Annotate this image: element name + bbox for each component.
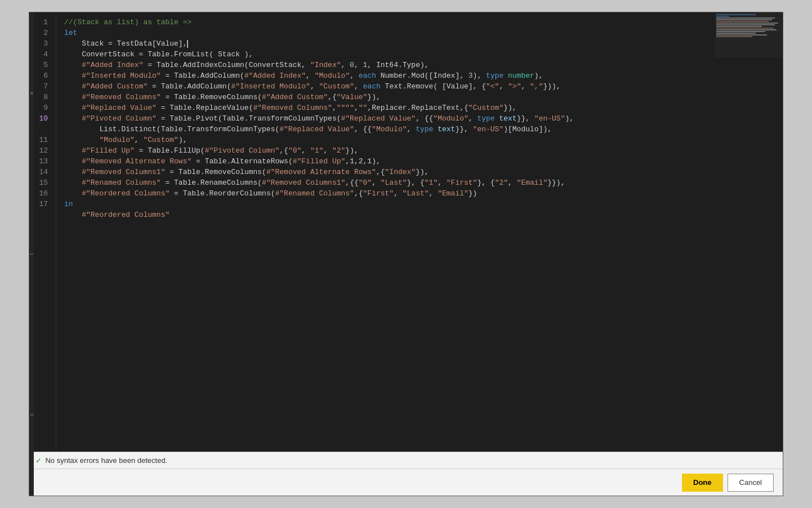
code-line-17: #"Reordered Columns" [64,210,783,220]
button-bar: Done Cancel [29,469,783,496]
status-bar: ✓ No syntax errors have been detected. [29,452,783,469]
editor-container: e t c 1 2 3 4 5 6 7 8 9 10 11 12 13 14 1… [29,12,783,496]
code-line-6: #"Inserted Modulo" = Table.AddColumn(#"A… [64,70,783,81]
minimap [715,12,783,57]
code-line-2: let [64,28,783,38]
code-line-4: ConvertStack = Table.FromList( Stack ), [64,49,783,60]
code-text[interactable]: //(Stack as list) as table => let Stack … [56,12,783,452]
code-line-16: in [64,199,783,210]
code-line-11: #"Filled Up" = Table.FillUp(#"Pivoted Co… [64,145,783,156]
code-line-3: Stack = TestData[Value], [64,38,783,49]
code-line-10: #"Pivoted Column" = Table.Pivot(Table.Tr… [64,113,783,124]
code-line-12: #"Removed Alternate Rows" = Table.Altern… [64,156,783,167]
cancel-button[interactable]: Cancel [728,474,774,492]
code-line-13: #"Removed Columns1" = Table.RemoveColumn… [64,167,783,177]
code-line-5: #"Added Index" = Table.AddIndexColumn(Co… [64,60,783,70]
code-line-14: #"Renamed Columns" = Table.RenameColumns… [64,177,783,188]
code-line-10-cont: List.Distinct(Table.TransformColumnTypes… [64,124,783,135]
code-line-7: #"Added Custom" = Table.AddColumn(#"Inse… [64,81,783,92]
status-text: No syntax errors have been detected. [45,456,167,465]
status-check-icon: ✓ [36,456,41,465]
code-line-10-sub: "Modulo", "Custom"), [64,135,783,145]
code-line-15: #"Reordered Columns" = Table.ReorderColu… [64,188,783,199]
code-line-9: #"Replaced Value" = Table.ReplaceValue(#… [64,103,783,113]
done-button[interactable]: Done [682,474,723,492]
code-line-8: #"Removed Columns" = Table.RemoveColumns… [64,92,783,103]
code-editor[interactable]: 1 2 3 4 5 6 7 8 9 10 11 12 13 14 15 16 1… [29,12,783,452]
code-line-1: //(Stack as list) as table => [64,17,783,28]
